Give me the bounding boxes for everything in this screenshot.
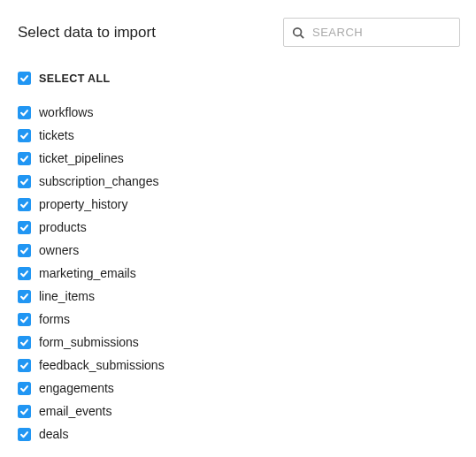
list-item[interactable]: line_items (18, 285, 476, 308)
item-checkbox[interactable] (18, 198, 31, 211)
item-checkbox[interactable] (18, 405, 31, 418)
list-item[interactable]: feedback_submissions (18, 354, 476, 377)
data-list[interactable]: workflowsticketsticket_pipelinessubscrip… (0, 97, 476, 450)
item-checkbox[interactable] (18, 129, 31, 142)
search-box (283, 18, 460, 47)
item-checkbox[interactable] (18, 244, 31, 257)
select-all-label: SELECT ALL (39, 72, 111, 85)
item-label: forms (39, 312, 70, 326)
list-item[interactable]: email_events (18, 400, 476, 423)
item-label: feedback_submissions (39, 358, 165, 372)
item-checkbox[interactable] (18, 175, 31, 188)
list-item[interactable]: form_submissions (18, 331, 476, 354)
list-item[interactable]: owners (18, 239, 476, 262)
item-label: form_submissions (39, 335, 139, 349)
list-item[interactable]: property_history (18, 193, 476, 216)
item-checkbox[interactable] (18, 290, 31, 303)
list-item[interactable]: products (18, 216, 476, 239)
item-checkbox[interactable] (18, 359, 31, 372)
list-item[interactable]: ticket_pipelines (18, 147, 476, 170)
item-label: property_history (39, 197, 127, 211)
item-label: line_items (39, 289, 95, 303)
item-checkbox[interactable] (18, 382, 31, 395)
item-label: owners (39, 243, 79, 257)
select-all-checkbox[interactable] (18, 72, 31, 85)
list-wrapper: workflowsticketsticket_pipelinessubscrip… (0, 97, 476, 450)
item-checkbox[interactable] (18, 428, 31, 441)
item-checkbox[interactable] (18, 106, 31, 119)
item-label: tickets (39, 128, 74, 142)
item-label: products (39, 220, 87, 234)
item-label: engagements (39, 381, 114, 395)
item-label: ticket_pipelines (39, 151, 124, 165)
list-item[interactable]: tickets (18, 124, 476, 147)
search-input[interactable] (283, 18, 460, 47)
list-item[interactable]: forms (18, 308, 476, 331)
item-label: email_events (39, 404, 112, 418)
item-checkbox[interactable] (18, 313, 31, 326)
header: Select data to import (0, 0, 476, 47)
item-checkbox[interactable] (18, 267, 31, 280)
list-item[interactable]: engagements (18, 377, 476, 400)
list-item[interactable]: subscription_changes (18, 170, 476, 193)
list-item[interactable]: deals (18, 423, 476, 446)
item-label: marketing_emails (39, 266, 136, 280)
item-label: subscription_changes (39, 174, 158, 188)
item-checkbox[interactable] (18, 336, 31, 349)
item-label: deals (39, 427, 68, 441)
list-item[interactable]: workflows (18, 101, 476, 124)
item-checkbox[interactable] (18, 221, 31, 234)
select-all-row[interactable]: SELECT ALL (0, 47, 476, 85)
page-title: Select data to import (18, 24, 156, 42)
list-item[interactable]: marketing_emails (18, 262, 476, 285)
item-label: workflows (39, 105, 93, 119)
item-checkbox[interactable] (18, 152, 31, 165)
